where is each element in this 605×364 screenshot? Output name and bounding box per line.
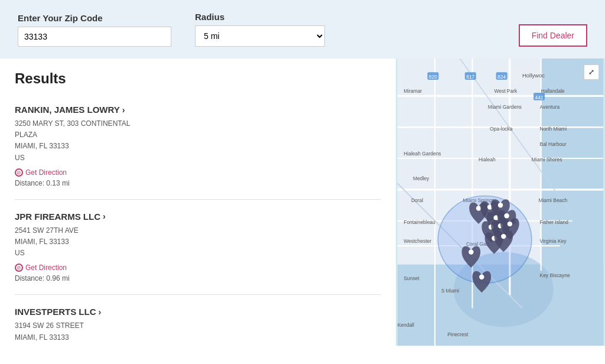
svg-text:Key Biscayne: Key Biscayne (540, 272, 570, 278)
list-item: JPR FIREARMS LLC › 2541 SW 27TH AVE MIAM… (15, 200, 381, 295)
svg-text:Miami Gardens: Miami Gardens (488, 104, 522, 110)
no-entry-icon: ⊘ (15, 168, 23, 177)
svg-text:Fontainebleau: Fontainebleau (404, 219, 435, 225)
svg-text:820: 820 (429, 74, 437, 80)
svg-text:Opa-locka: Opa-locka (490, 126, 513, 132)
svg-text:Sunset: Sunset (404, 275, 419, 281)
svg-text:Hialeah Gardens: Hialeah Gardens (404, 151, 441, 157)
zip-label: Enter Your Zip Code (18, 13, 171, 23)
dealer-distance: Distance: 0.96 mi (15, 274, 70, 282)
svg-text:Hollywoc: Hollywoc (522, 72, 545, 79)
search-bar: Enter Your Zip Code Radius 5 mi 10 mi 25… (0, 0, 605, 58)
list-item: INVESTPERTS LLC › 3194 SW 26 STREET MIAM… (15, 295, 381, 346)
svg-point-54 (498, 203, 503, 207)
svg-text:817: 817 (466, 74, 474, 80)
no-entry-icon: ⊘ (15, 264, 23, 272)
find-dealer-button[interactable]: Find Dealer (519, 24, 587, 47)
svg-text:Aventura: Aventura (540, 104, 560, 110)
svg-text:Miami Shores: Miami Shores (532, 157, 562, 162)
svg-text:Medley: Medley (413, 176, 430, 181)
svg-text:S Miami: S Miami (441, 288, 460, 294)
zip-input[interactable] (18, 27, 171, 47)
chevron-icon: › (122, 105, 125, 115)
radius-label: Radius (195, 12, 325, 22)
svg-text:441: 441 (535, 95, 543, 100)
svg-text:Hallandale: Hallandale (541, 88, 565, 94)
svg-text:Kendall: Kendall (398, 322, 414, 328)
get-direction-link[interactable]: ⊘ Get Direction (15, 264, 67, 272)
results-title: Results (15, 70, 381, 87)
svg-point-56 (504, 213, 509, 218)
svg-text:Miramar: Miramar (404, 88, 422, 94)
svg-text:Westchester: Westchester (404, 238, 431, 244)
svg-point-61 (501, 234, 506, 239)
map-expand-button[interactable]: ⤢ (584, 64, 599, 80)
dealer-address: 2541 SW 27TH AVE MIAMI, FL 33133 US (15, 225, 381, 259)
radius-select[interactable]: 5 mi 10 mi 25 mi 50 mi 100 mi (195, 25, 325, 47)
svg-text:Doral: Doral (411, 197, 423, 203)
map-image: Hollywoc Miramar West Park Hallandale Mi… (396, 58, 605, 346)
radius-field: Radius 5 mi 10 mi 25 mi 50 mi 100 mi (195, 12, 325, 47)
results-panel: Results RANKIN, JAMES LOWRY › 3250 MARY … (0, 58, 396, 346)
svg-text:Virginia Key: Virginia Key (540, 238, 567, 244)
svg-text:North Miami: North Miami (540, 126, 567, 132)
svg-text:Bal Harbour: Bal Harbour (540, 141, 567, 147)
main-content: Results RANKIN, JAMES LOWRY › 3250 MARY … (0, 58, 605, 346)
zip-field: Enter Your Zip Code (18, 13, 171, 47)
dealer-name[interactable]: RANKIN, JAMES LOWRY › (15, 105, 125, 115)
svg-text:Hialeah: Hialeah (479, 157, 496, 162)
svg-text:824: 824 (497, 74, 506, 80)
svg-text:Pinecrest: Pinecrest (447, 332, 469, 337)
svg-text:Fisher Island: Fisher Island (540, 219, 569, 225)
dealer-name[interactable]: INVESTPERTS LLC › (15, 307, 101, 317)
map-panel: ⤢ Hollywoc Miramar (396, 58, 605, 346)
dealer-distance: Distance: 0.13 mi (15, 179, 70, 187)
svg-point-62 (469, 249, 473, 254)
svg-text:West Park: West Park (494, 88, 518, 94)
chevron-icon: › (103, 212, 106, 221)
get-direction-link[interactable]: ⊘ Get Direction (15, 168, 67, 177)
dealer-address: 3250 MARY ST, 303 CONTINENTAL PLAZA MIAM… (15, 118, 381, 164)
chevron-icon: › (99, 307, 102, 317)
svg-point-59 (508, 222, 512, 226)
svg-point-52 (476, 206, 481, 210)
dealer-name[interactable]: JPR FIREARMS LLC › (15, 212, 106, 222)
svg-text:Miami Beach: Miami Beach (538, 197, 567, 203)
svg-point-63 (479, 275, 484, 280)
dealer-address: 3194 SW 26 STREET MIAMI, FL 33133 US (15, 320, 381, 346)
list-item: RANKIN, JAMES LOWRY › 3250 MARY ST, 303 … (15, 99, 381, 200)
